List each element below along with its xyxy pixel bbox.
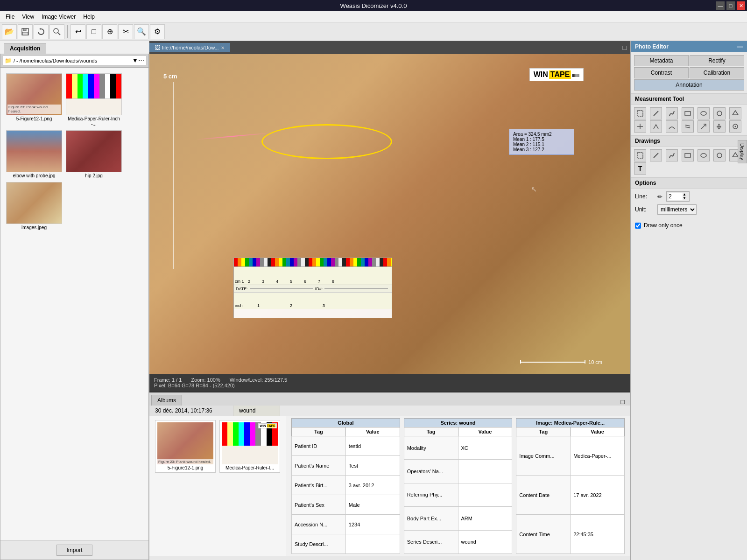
folder-options[interactable]: ⋯: [138, 57, 144, 64]
table-row: Study Descri...: [292, 534, 400, 554]
zoom-button[interactable]: [49, 24, 64, 39]
thumbnail-image: [6, 130, 62, 172]
acquisition-tab[interactable]: Acquisition: [4, 43, 46, 54]
line-width-field[interactable]: [669, 193, 683, 200]
thumbnail-grid: Figure 23: Plank wound healed. 5-Figure1…: [2, 70, 147, 234]
select-tool[interactable]: [634, 107, 646, 119]
value-cell: [458, 460, 512, 483]
move-tool[interactable]: [713, 120, 726, 133]
table-row: Patient's Birt...3 avr. 2012: [292, 476, 400, 495]
mean3-value: Mean 3 : 127.2: [513, 147, 570, 152]
thumbnail-label: images.jpeg: [21, 225, 47, 230]
viewer-tab[interactable]: 🖼 file://home/nicolas/Dow... ✕: [149, 43, 230, 52]
contrast-button[interactable]: Contrast: [634, 67, 689, 78]
draw-select[interactable]: [634, 149, 646, 161]
select-button[interactable]: □: [86, 24, 101, 39]
list-item[interactable]: WIN TAPE Medica-Paper-Ruler-I...: [219, 420, 280, 473]
minimize-button[interactable]: —: [716, 1, 725, 10]
settings-button[interactable]: ⚙: [150, 24, 165, 39]
svg-line-15: [701, 124, 706, 129]
display-tab[interactable]: Display: [738, 140, 747, 163]
unit-select[interactable]: millimeters: [657, 204, 697, 215]
svg-rect-19: [637, 153, 643, 158]
scale-ticks: [173, 82, 174, 269]
viewer-image[interactable]: 5 cm WIN TAPE |||||||: [149, 54, 630, 374]
import-btn-container: Import: [0, 540, 148, 560]
rectify-button[interactable]: Rectify: [690, 55, 744, 66]
photo-editor-minimize[interactable]: —: [737, 43, 743, 50]
circle-tool[interactable]: [713, 107, 726, 119]
table-row: Patient IDtestid: [292, 436, 400, 456]
ellipse-tool[interactable]: [698, 107, 710, 119]
win-tape-logo: WIN TAPE |||||||: [529, 68, 584, 81]
cobb-tool[interactable]: [682, 120, 694, 133]
measure-tool-extra[interactable]: [729, 120, 741, 133]
folder-dropdown[interactable]: ▼: [132, 57, 138, 64]
list-item[interactable]: Figure 23: Plank wound healed. 5-Figure1…: [6, 73, 62, 126]
line-tool[interactable]: [650, 107, 662, 119]
area-value: Area = 324.5 mm2: [513, 132, 570, 137]
draw-ellipse[interactable]: [698, 149, 710, 161]
drawings-grid: T: [631, 147, 747, 177]
line-width-input[interactable]: ▲ ▼: [666, 191, 690, 202]
thumbnail-image: [66, 73, 122, 115]
list-item[interactable]: Figure 23: Plank wound healed. 5-Figure1…: [155, 420, 216, 473]
maximize-button[interactable]: □: [726, 1, 735, 10]
pencil-icon: ✏: [657, 193, 662, 200]
metadata-button[interactable]: Metadata: [634, 55, 689, 66]
series-tag-header: Tag: [404, 427, 458, 436]
publish-btn-row: Publish: [149, 556, 630, 560]
image-header: Image: Medica-Paper-Rule...: [516, 419, 625, 427]
import-button[interactable]: Import: [56, 545, 92, 556]
viewer-tab-close[interactable]: ✕: [221, 45, 225, 50]
zoom-info: Zoom: 100%: [191, 377, 220, 383]
open-button[interactable]: 📂: [2, 24, 17, 39]
image-tag-header: Tag: [516, 427, 571, 436]
list-item[interactable]: elbow with probe.jpg: [6, 130, 62, 178]
list-item[interactable]: images.jpeg: [6, 182, 62, 230]
polygon-tool[interactable]: [729, 107, 741, 119]
calibration-button[interactable]: Calibration: [690, 67, 744, 78]
toolbar: 📂 ↩ □ ⊕ ✂ 🔍 ⚙: [0, 22, 747, 41]
menu-file[interactable]: File: [2, 13, 18, 21]
decrement-icon[interactable]: ▼: [683, 196, 686, 200]
albums-tab-bar: Albums □: [149, 393, 630, 406]
albums-maximize[interactable]: □: [617, 398, 628, 406]
angle-tool[interactable]: [650, 120, 662, 133]
folder-icon: 📁: [5, 57, 12, 64]
freehand-tool[interactable]: [666, 107, 678, 119]
value-cell: wound: [458, 530, 512, 553]
annotation-button[interactable]: Annotation: [634, 79, 744, 91]
list-item[interactable]: hip 2.jpg: [66, 130, 122, 178]
draw-text[interactable]: T: [634, 162, 646, 175]
draw-rect[interactable]: [682, 149, 694, 161]
cross-tool[interactable]: [634, 120, 646, 133]
pe-buttons: Metadata Rectify Contrast Calibration An…: [631, 52, 747, 93]
rect-tool[interactable]: [682, 107, 694, 119]
mean2-value: Mean 2 : 115.1: [513, 142, 570, 147]
viewer-maximize[interactable]: □: [619, 44, 630, 51]
draw-circle[interactable]: [713, 149, 726, 161]
albums-tab[interactable]: Albums: [151, 395, 182, 406]
draw-once-checkbox[interactable]: [635, 223, 641, 229]
close-button[interactable]: ✕: [737, 1, 745, 10]
undo-button[interactable]: ↩: [70, 24, 85, 39]
draw-freehand[interactable]: [666, 149, 678, 161]
list-item[interactable]: Medica-Paper-Ruler-Inch-...: [66, 73, 122, 126]
window-info: Window/Level: 255/127.5: [230, 377, 288, 383]
zoom2-button[interactable]: 🔍: [134, 24, 149, 39]
rotate-button[interactable]: [34, 24, 49, 39]
menu-image-viewer[interactable]: Image Viewer: [38, 13, 79, 21]
crop-button[interactable]: ✂: [118, 24, 133, 39]
measurement-line: [196, 133, 271, 140]
menu-view[interactable]: View: [18, 13, 38, 21]
draw-line[interactable]: [650, 149, 662, 161]
tag-cell: Accession N...: [292, 515, 346, 534]
thumbnail-image: Figure 23: Plank wound healed.: [6, 73, 62, 115]
save-button[interactable]: [18, 24, 33, 39]
arrow-tool[interactable]: [698, 120, 710, 133]
open-angle-tool[interactable]: [666, 120, 678, 133]
menu-help[interactable]: Help: [79, 13, 99, 21]
value-cell: 22:45:35: [571, 515, 625, 554]
crosshair-button[interactable]: ⊕: [102, 24, 117, 39]
